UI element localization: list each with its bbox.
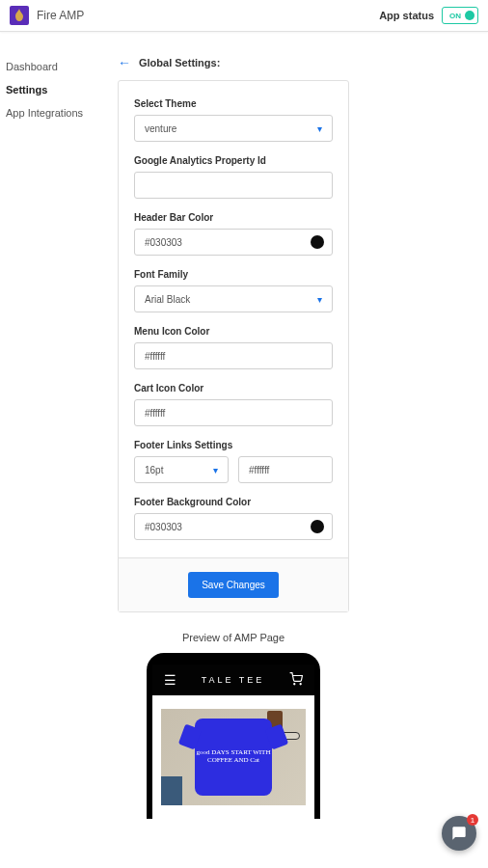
store-name: TALE TEE <box>202 675 265 685</box>
theme-value: venture <box>145 123 176 134</box>
chat-badge: 1 <box>467 814 478 819</box>
sidebar: Dashboard Settings App Integrations <box>0 55 108 819</box>
header-color-value: #030303 <box>145 237 182 248</box>
status-toggle-knob <box>465 11 474 20</box>
preview-title: Preview of AMP Page <box>118 632 349 643</box>
back-arrow-icon[interactable]: ← <box>118 55 131 70</box>
footer-links-color-input[interactable] <box>238 456 333 483</box>
cart-icon-color-input[interactable] <box>134 399 333 426</box>
content: ← Global Settings: Select Theme venture … <box>108 55 488 819</box>
page-title: Global Settings: <box>139 57 220 68</box>
sidebar-item-app-integrations[interactable]: App Integrations <box>6 101 108 124</box>
ga-input[interactable] <box>134 172 333 199</box>
phone-preview: ☰ TALE TEE good DAYS START WITH COFF <box>147 653 320 819</box>
product-image: good DAYS START WITH COFFEE AND Cat <box>161 709 306 805</box>
app-status: App status ON <box>379 7 478 24</box>
sidebar-item-dashboard[interactable]: Dashboard <box>6 55 108 78</box>
status-toggle-text: ON <box>449 12 461 20</box>
app-name: Fire AMP <box>37 9 84 22</box>
chevron-down-icon: ▾ <box>213 465 218 475</box>
font-family-select[interactable]: Arial Black ▾ <box>134 285 333 312</box>
footer-bg-label: Footer Background Color <box>134 497 333 507</box>
cart-icon-color-label: Cart Icon Color <box>134 383 333 393</box>
footer-links-size-select[interactable]: 16pt ▾ <box>134 456 229 483</box>
sidebar-item-settings[interactable]: Settings <box>6 78 108 101</box>
theme-label: Select Theme <box>134 98 333 109</box>
phone-body: good DAYS START WITH COFFEE AND Cat <box>152 695 314 819</box>
footer-links-size-value: 16pt <box>145 465 163 475</box>
menu-icon[interactable]: ☰ <box>164 672 176 688</box>
status-toggle[interactable]: ON <box>442 7 478 24</box>
cart-icon[interactable] <box>289 672 303 689</box>
tshirt: good DAYS START WITH COFFEE AND Cat <box>195 719 272 796</box>
brand: Fire AMP <box>10 6 84 25</box>
chevron-down-icon: ▾ <box>317 123 322 134</box>
phone-header: ☰ TALE TEE <box>152 665 314 695</box>
footer-bg-input[interactable]: #030303 <box>134 513 333 540</box>
theme-select[interactable]: venture ▾ <box>134 115 333 142</box>
svg-point-0 <box>294 683 295 684</box>
chevron-down-icon: ▾ <box>317 294 322 305</box>
menu-icon-color-label: Menu Icon Color <box>134 326 333 337</box>
header-color-label: Header Bar Color <box>134 212 333 223</box>
svg-point-1 <box>300 683 301 684</box>
footer-bg-swatch <box>311 520 324 533</box>
footer-bg-value: #030303 <box>145 522 182 532</box>
footer-links-label: Footer Links Settings <box>134 440 333 450</box>
breadcrumb: ← Global Settings: <box>118 55 478 70</box>
font-family-value: Arial Black <box>145 294 190 305</box>
font-family-label: Font Family <box>134 269 333 280</box>
jeans-accessory <box>161 776 182 805</box>
top-bar: Fire AMP App status ON <box>0 0 488 32</box>
status-label: App status <box>379 10 434 21</box>
settings-card: Select Theme venture ▾ Google Analytics … <box>118 80 349 612</box>
header-color-swatch <box>311 235 324 249</box>
header-color-input[interactable]: #030303 <box>134 229 333 256</box>
tshirt-text: good DAYS START WITH COFFEE AND Cat <box>195 749 272 764</box>
menu-icon-color-input[interactable] <box>134 342 333 369</box>
ga-label: Google Analytics Property Id <box>134 155 333 166</box>
save-button[interactable]: Save Changes <box>188 572 279 598</box>
fire-icon <box>10 6 29 25</box>
